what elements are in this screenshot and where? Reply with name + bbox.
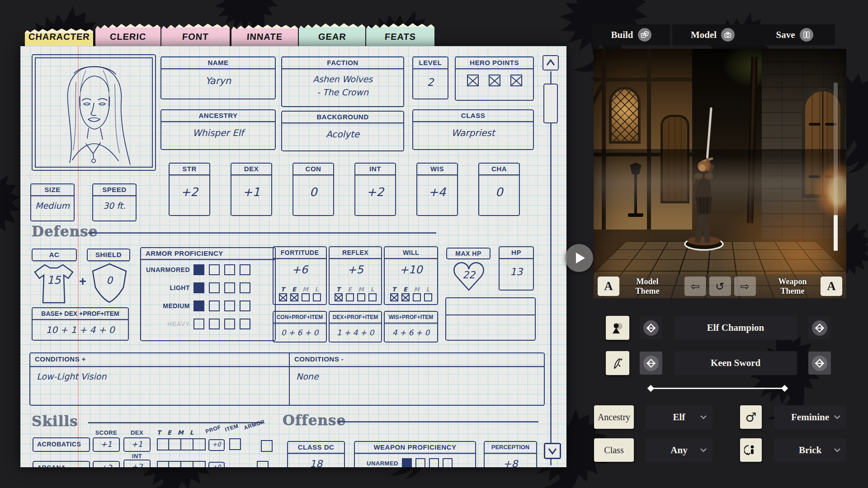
skill-item-box[interactable] [257, 461, 269, 467]
save-button[interactable]: Save [754, 24, 835, 45]
teml-box[interactable] [368, 293, 377, 301]
armor-prof-box[interactable] [193, 264, 204, 275]
hp-box[interactable]: HP 13 [499, 246, 534, 291]
ancestry-filter-button[interactable]: Ancestry [594, 405, 634, 429]
ancestry-field[interactable]: ANCESTRY Whisper Elf [160, 109, 276, 150]
slider-handle-left[interactable] [647, 385, 655, 392]
slider-handle-right[interactable] [781, 385, 788, 392]
scrollbar-track[interactable] [550, 71, 552, 465]
skill-teml-box[interactable] [193, 461, 206, 467]
tab-character[interactable]: CHARACTER [25, 26, 93, 46]
gender-toggle-button[interactable]: ♂ [740, 405, 762, 429]
tab-innate[interactable]: INNATE [231, 21, 298, 46]
skill-teml-box[interactable] [157, 461, 169, 467]
class-dropdown[interactable]: Any [646, 438, 712, 462]
weapon-prev-button[interactable] [640, 352, 662, 375]
teml-box[interactable] [335, 293, 343, 301]
model-viewport[interactable]: A Model Theme ⇦ ↺ ⇨ Weapon Theme A [594, 49, 846, 298]
teml-box[interactable] [313, 293, 321, 301]
play-button[interactable] [565, 244, 593, 272]
teml-letter: T [157, 429, 161, 436]
teml-box[interactable] [302, 293, 310, 301]
teml-box[interactable] [357, 293, 365, 301]
weapon-prof-box[interactable] [402, 458, 412, 467]
faction-field[interactable]: FACTION Ashen Wolves - The Crown [281, 56, 404, 107]
rotate-left-button[interactable]: ⇦ [684, 277, 706, 296]
viewer-scrollbar-thumb[interactable] [834, 215, 838, 251]
skill-armor-box[interactable] [261, 440, 273, 452]
hero-point-box[interactable] [489, 75, 500, 86]
teml-box[interactable] [413, 293, 421, 301]
variant-dropdown[interactable]: Brick [774, 438, 846, 462]
armor-prof-box[interactable] [209, 282, 220, 293]
armor-prof-box[interactable] [193, 319, 204, 329]
weapon-next-button[interactable] [808, 352, 831, 375]
armor-prof-box[interactable] [224, 282, 235, 293]
model-select-field[interactable]: Elf Champion [674, 316, 797, 340]
skill-teml-box[interactable] [157, 438, 169, 450]
level-field[interactable]: LEVEL 2 [412, 56, 448, 99]
armor-prof-box[interactable] [193, 300, 204, 311]
model-button[interactable]: Model [672, 24, 753, 45]
pose-toggle-button[interactable] [740, 438, 762, 462]
class-filter-label: Class [604, 445, 623, 455]
name-value: Yaryn [161, 75, 275, 86]
scrollbar-thumb[interactable] [543, 84, 558, 123]
armor-prof-box[interactable] [240, 300, 250, 311]
armor-prof-box[interactable] [209, 264, 220, 275]
tab-font[interactable]: FONT [161, 20, 230, 46]
character-icon-button[interactable] [606, 316, 629, 340]
armor-prof-box[interactable] [240, 319, 250, 329]
gender-dropdown[interactable]: Feminine [774, 405, 846, 429]
skill-teml-box[interactable] [169, 438, 181, 450]
rotate-right-button[interactable]: ⇨ [734, 277, 756, 296]
weapon-prof-box[interactable] [429, 458, 439, 467]
armor-prof-box[interactable] [240, 282, 250, 293]
class-filter-button[interactable]: Class [594, 438, 634, 462]
armor-prof-box[interactable] [224, 264, 235, 275]
weapon-select-field[interactable]: Keen Sword [674, 351, 797, 375]
armor-prof-box[interactable] [193, 282, 204, 293]
armor-prof-box[interactable] [224, 300, 235, 311]
skill-item-box[interactable] [229, 438, 241, 450]
teml-box[interactable] [279, 293, 287, 301]
teml-box[interactable] [424, 293, 432, 301]
teml-box[interactable] [346, 293, 354, 301]
reset-rotation-button[interactable]: ↺ [709, 277, 731, 296]
model-next-button[interactable] [808, 316, 831, 339]
scroll-down-button[interactable] [544, 443, 561, 459]
class-field[interactable]: CLASS Warpriest [412, 109, 534, 150]
cards-icon [800, 28, 813, 42]
armor-prof-box[interactable] [209, 300, 220, 311]
hero-point-box[interactable] [510, 75, 522, 86]
teml-box[interactable] [401, 293, 410, 301]
teml-box[interactable] [390, 293, 398, 301]
skill-name: ARCANA [37, 464, 66, 467]
skill-prof-box: +0 [208, 462, 225, 467]
skill-teml-box[interactable] [193, 438, 206, 450]
morph-slider [646, 384, 789, 392]
weapon-prof-box[interactable] [443, 458, 453, 467]
hero-point-box[interactable] [467, 75, 479, 86]
model-prev-button[interactable] [640, 316, 662, 339]
name-field[interactable]: NAME Yaryn [160, 56, 276, 99]
skill-teml-box[interactable] [181, 438, 193, 450]
weapon-theme-auto-button[interactable]: A [821, 277, 842, 296]
model-theme-auto-button[interactable]: A [598, 277, 619, 296]
armor-prof-box[interactable] [209, 319, 220, 329]
armor-prof-box[interactable] [240, 264, 250, 275]
weapon-icon-button[interactable] [606, 351, 629, 375]
build-button[interactable]: Build [592, 24, 670, 45]
teml-box[interactable] [290, 293, 298, 301]
skill-teml-box[interactable] [169, 461, 181, 467]
scroll-up-button[interactable] [542, 55, 559, 70]
tab-feats[interactable]: FEATS [366, 20, 434, 46]
weapon-prof-box[interactable] [415, 458, 425, 467]
tab-cleric[interactable]: CLERIC [95, 20, 160, 46]
armor-prof-box[interactable] [224, 319, 235, 329]
slider-track[interactable] [651, 388, 785, 389]
ancestry-dropdown[interactable]: Elf [646, 405, 712, 429]
background-field[interactable]: BACKGROUND Acolyte [281, 111, 404, 151]
tab-gear[interactable]: GEAR [299, 20, 365, 46]
skill-teml-box[interactable] [181, 461, 193, 467]
